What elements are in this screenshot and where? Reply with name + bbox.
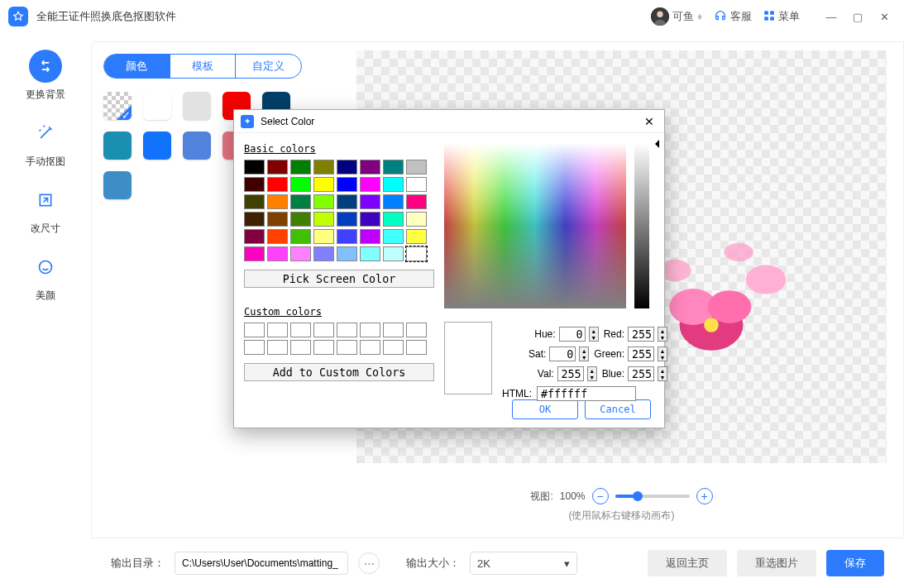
- basic-color-cell[interactable]: [244, 194, 265, 209]
- color-swatch[interactable]: [143, 131, 171, 160]
- red-input[interactable]: [628, 327, 654, 342]
- basic-color-cell[interactable]: [313, 246, 334, 261]
- custom-color-cell[interactable]: [360, 340, 380, 355]
- custom-color-cell[interactable]: [290, 340, 311, 355]
- custom-color-cell[interactable]: [290, 323, 311, 337]
- tab-template[interactable]: 模板: [170, 55, 236, 78]
- value-slider[interactable]: [634, 143, 649, 308]
- val-input[interactable]: [557, 366, 584, 381]
- nav-change-bg[interactable]: 更换背景: [26, 50, 65, 102]
- blue-input[interactable]: [628, 366, 654, 381]
- html-input[interactable]: [537, 386, 636, 401]
- basic-color-cell[interactable]: [406, 177, 427, 192]
- blue-spin[interactable]: ▲▼: [658, 366, 667, 381]
- basic-color-cell[interactable]: [313, 212, 334, 227]
- sat-spin[interactable]: ▲▼: [579, 347, 589, 361]
- value-slider-handle[interactable]: [651, 140, 659, 148]
- basic-color-cell[interactable]: [337, 177, 357, 192]
- minimize-button[interactable]: —: [820, 5, 843, 28]
- basic-color-cell[interactable]: [337, 212, 357, 227]
- basic-color-cell[interactable]: [267, 246, 288, 261]
- basic-color-cell[interactable]: [313, 160, 334, 174]
- custom-color-cell[interactable]: [267, 323, 288, 337]
- zoom-slider[interactable]: [615, 495, 690, 498]
- maximize-button[interactable]: ▢: [846, 5, 869, 28]
- green-spin[interactable]: ▲▼: [658, 347, 667, 361]
- tab-custom[interactable]: 自定义: [235, 55, 301, 78]
- nav-beauty[interactable]: 美颜: [29, 251, 62, 303]
- basic-color-cell[interactable]: [383, 177, 404, 192]
- basic-color-cell[interactable]: [267, 160, 288, 174]
- basic-color-cell[interactable]: [383, 229, 404, 244]
- custom-color-cell[interactable]: [313, 323, 334, 337]
- reset-button[interactable]: 重选图片: [737, 550, 816, 576]
- basic-color-cell[interactable]: [267, 177, 288, 192]
- basic-color-cell[interactable]: [337, 194, 357, 209]
- dialog-close-button[interactable]: ✕: [641, 115, 658, 128]
- hue-sat-picker[interactable]: [444, 143, 626, 308]
- basic-color-cell[interactable]: [406, 194, 427, 209]
- close-button[interactable]: ✕: [873, 5, 896, 28]
- custom-color-cell[interactable]: [244, 323, 265, 337]
- add-custom-button[interactable]: Add to Custom Colors: [244, 363, 434, 381]
- custom-color-cell[interactable]: [313, 340, 334, 355]
- basic-color-cell[interactable]: [383, 160, 404, 174]
- save-button[interactable]: 保存: [826, 550, 884, 576]
- custom-color-cell[interactable]: [383, 340, 404, 355]
- color-swatch[interactable]: [103, 171, 132, 199]
- val-spin[interactable]: ▲▼: [587, 366, 597, 381]
- basic-color-cell[interactable]: [290, 177, 311, 192]
- color-swatch[interactable]: [183, 131, 211, 160]
- ok-button[interactable]: OK: [512, 399, 578, 419]
- outsize-select[interactable]: 2K ▾: [470, 552, 577, 575]
- custom-color-cell[interactable]: [267, 340, 288, 355]
- basic-color-cell[interactable]: [406, 212, 427, 227]
- green-input[interactable]: [628, 347, 654, 361]
- basic-color-cell[interactable]: [313, 194, 334, 209]
- basic-color-cell[interactable]: [383, 194, 404, 209]
- menu-link[interactable]: 菜单: [763, 9, 800, 24]
- basic-color-cell[interactable]: [360, 160, 380, 174]
- custom-color-cell[interactable]: [360, 323, 380, 337]
- custom-color-cell[interactable]: [244, 340, 265, 355]
- basic-color-cell[interactable]: [360, 246, 380, 261]
- browse-button[interactable]: ⋯: [358, 552, 380, 574]
- hue-input[interactable]: [559, 327, 586, 342]
- zoom-in-button[interactable]: +: [696, 488, 713, 504]
- basic-color-cell[interactable]: [267, 229, 288, 244]
- hue-spin[interactable]: ▲▼: [589, 327, 599, 342]
- basic-color-cell[interactable]: [383, 246, 404, 261]
- basic-color-cell[interactable]: [244, 246, 265, 261]
- basic-color-cell[interactable]: [360, 229, 380, 244]
- tab-color[interactable]: 颜色: [104, 55, 170, 78]
- back-button[interactable]: 返回主页: [648, 550, 727, 576]
- basic-color-cell[interactable]: [244, 229, 265, 244]
- cancel-button[interactable]: Cancel: [585, 399, 651, 419]
- color-swatch[interactable]: [103, 92, 132, 120]
- basic-color-cell[interactable]: [337, 160, 357, 174]
- basic-color-cell[interactable]: [313, 229, 334, 244]
- color-swatch[interactable]: [143, 92, 171, 120]
- zoom-out-button[interactable]: −: [592, 488, 609, 504]
- custom-color-cell[interactable]: [406, 340, 427, 355]
- basic-color-cell[interactable]: [244, 177, 265, 192]
- custom-color-cell[interactable]: [337, 323, 357, 337]
- basic-color-cell[interactable]: [360, 194, 380, 209]
- basic-color-cell[interactable]: [337, 229, 357, 244]
- basic-color-cell[interactable]: [290, 246, 311, 261]
- support-link[interactable]: 客服: [714, 9, 752, 25]
- basic-color-cell[interactable]: [244, 212, 265, 227]
- basic-color-cell[interactable]: [360, 177, 380, 192]
- basic-color-cell[interactable]: [360, 212, 380, 227]
- basic-color-cell[interactable]: [267, 212, 288, 227]
- basic-color-cell[interactable]: [290, 229, 311, 244]
- nav-manual[interactable]: 手动抠图: [26, 117, 65, 169]
- basic-color-cell[interactable]: [406, 229, 427, 244]
- color-swatch[interactable]: [103, 131, 132, 160]
- basic-color-cell[interactable]: [313, 177, 334, 192]
- basic-color-cell[interactable]: [290, 160, 311, 174]
- basic-color-cell[interactable]: [337, 246, 357, 261]
- user-menu[interactable]: 可鱼 ♦: [651, 7, 702, 26]
- basic-color-cell[interactable]: [406, 160, 427, 174]
- red-spin[interactable]: ▲▼: [658, 327, 667, 342]
